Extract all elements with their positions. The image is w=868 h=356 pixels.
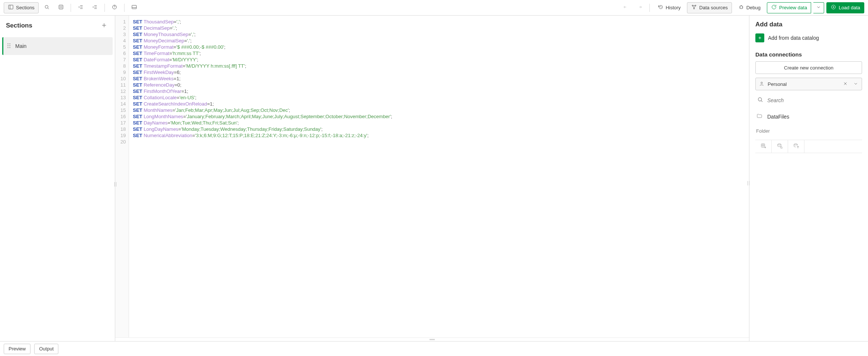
top-toolbar: Sections History Data sources Debug [0, 0, 868, 16]
bottom-bar: Preview Output [0, 341, 868, 356]
folder-arrow-icon [793, 143, 800, 151]
svg-point-18 [692, 5, 693, 6]
undo-icon [623, 4, 629, 11]
outdent-icon [92, 4, 98, 11]
output-tab-button[interactable]: Output [34, 344, 58, 354]
line-number-gutter: 1234567891011121314151617181920 [115, 16, 129, 337]
history-icon [658, 4, 664, 11]
chevron-down-icon [816, 4, 822, 11]
datafiles-label: DataFiles [767, 114, 789, 120]
space-selector[interactable]: Personal [755, 78, 862, 90]
insert-data-button[interactable] [755, 140, 772, 153]
svg-point-41 [761, 82, 762, 83]
comment-toggle-button[interactable] [55, 2, 67, 13]
svg-point-20 [694, 8, 695, 9]
redo-button[interactable] [634, 2, 646, 13]
create-connection-label: Create new connection [784, 65, 833, 71]
sidebar-icon [8, 4, 14, 11]
sections-toggle-button[interactable]: Sections [4, 2, 39, 13]
svg-point-52 [794, 143, 797, 145]
open-folder-button[interactable] [788, 140, 804, 153]
clear-space-button[interactable] [842, 80, 849, 88]
comment-icon [58, 4, 64, 11]
undo-button[interactable] [620, 2, 632, 13]
folder-icon [756, 113, 763, 120]
sections-panel-header: Sections [0, 16, 115, 36]
plus-icon [101, 22, 107, 30]
main-area: Sections Main ││ 12345678910111213141516… [0, 16, 868, 341]
datafiles-connection[interactable]: DataFiles [755, 110, 862, 123]
svg-point-50 [780, 146, 782, 148]
svg-point-19 [695, 5, 696, 6]
create-connection-button[interactable]: Create new connection [755, 61, 862, 74]
space-dropdown-button[interactable] [852, 80, 859, 88]
svg-line-51 [782, 148, 782, 148]
section-item-label: Main [15, 43, 26, 49]
vertical-splitter[interactable]: ││ [114, 178, 117, 190]
drag-handle-icon[interactable] [7, 43, 11, 50]
add-data-title: Add data [755, 21, 862, 28]
connection-search [755, 94, 862, 106]
debug-button[interactable]: Debug [734, 2, 765, 13]
add-from-catalog-label: Add from data catalog [768, 35, 819, 41]
redo-icon [637, 4, 643, 11]
space-name: Personal [768, 81, 839, 87]
sections-title: Sections [6, 22, 32, 29]
toolbar-divider [649, 4, 650, 12]
preview-tab-button[interactable]: Preview [4, 344, 30, 354]
connection-actions [755, 140, 862, 153]
script-code[interactable]: SET ThousandSep=',';SET DecimalSep='.';S… [129, 16, 396, 337]
data-sources-label: Data sources [699, 5, 728, 10]
sections-panel: Sections Main [0, 16, 115, 341]
search-icon [44, 4, 50, 11]
debug-label: Debug [746, 5, 761, 10]
close-icon [842, 81, 848, 88]
svg-line-27 [739, 8, 740, 9]
load-data-button[interactable]: Load data [826, 2, 864, 13]
script-editor[interactable]: 1234567891011121314151617181920 SET Thou… [115, 16, 749, 337]
sections-toggle-label: Sections [16, 5, 35, 10]
outdent-button[interactable] [89, 2, 101, 13]
indent-icon [78, 4, 84, 11]
help-button[interactable] [109, 2, 120, 13]
svg-point-38 [9, 47, 10, 48]
preview-icon [771, 4, 777, 11]
svg-point-2 [45, 5, 48, 8]
svg-rect-0 [9, 5, 13, 9]
panel-icon [131, 4, 137, 11]
panel-layout-button[interactable] [128, 2, 140, 13]
section-item-main[interactable]: Main [2, 37, 113, 55]
horizontal-splitter[interactable]: ══ [115, 337, 749, 341]
svg-rect-4 [59, 5, 63, 9]
plus-square-icon [755, 33, 764, 42]
add-section-button[interactable] [99, 21, 109, 30]
help-icon [112, 4, 117, 11]
select-data-button[interactable] [772, 140, 788, 153]
svg-line-45 [761, 101, 762, 102]
svg-point-33 [7, 43, 8, 44]
preview-data-dropdown[interactable] [813, 2, 824, 13]
script-editor-pane: ││ 1234567891011121314151617181920 SET T… [115, 16, 749, 341]
svg-line-25 [739, 6, 740, 6]
history-label: History [666, 5, 681, 10]
data-panel: ││ Add data Add from data catalog Data c… [749, 16, 868, 341]
data-sources-button[interactable]: Data sources [687, 2, 732, 13]
toolbar-divider [104, 4, 105, 12]
load-data-label: Load data [839, 5, 860, 10]
search-button[interactable] [41, 2, 53, 13]
play-icon [830, 4, 836, 11]
svg-rect-15 [132, 5, 136, 9]
preview-data-button[interactable]: Preview data [767, 2, 811, 13]
toolbar-divider [71, 4, 71, 12]
svg-point-35 [7, 45, 8, 46]
vertical-splitter[interactable]: ││ [747, 178, 749, 187]
connection-search-input[interactable] [767, 97, 861, 103]
history-button[interactable]: History [654, 2, 685, 13]
data-sources-icon [691, 4, 697, 11]
svg-line-3 [48, 8, 49, 9]
preview-tab-label: Preview [9, 346, 26, 352]
add-from-catalog-button[interactable]: Add from data catalog [755, 32, 862, 44]
svg-point-34 [9, 43, 10, 44]
indent-button[interactable] [75, 2, 87, 13]
preview-data-label: Preview data [779, 5, 807, 10]
